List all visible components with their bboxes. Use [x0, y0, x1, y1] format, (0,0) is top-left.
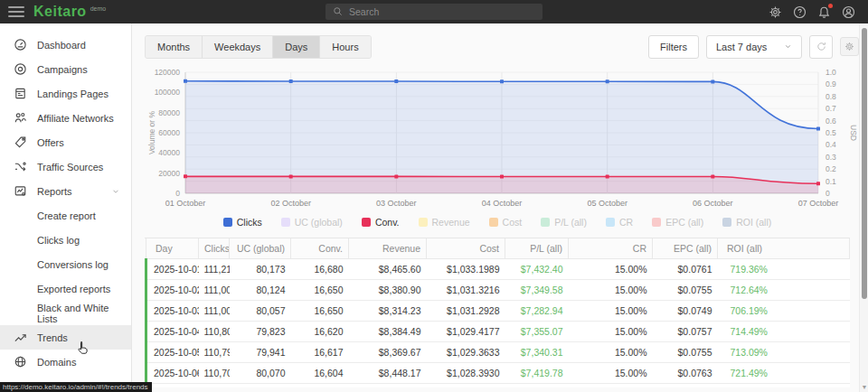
chart-settings-button[interactable] [840, 37, 859, 56]
legend-item-clicks[interactable]: Clicks [223, 217, 262, 228]
chevron-down-icon [784, 42, 792, 51]
sidebar-item-dashboard[interactable]: Dashboard [0, 33, 131, 57]
account-icon[interactable] [842, 5, 855, 19]
notifications-bell-icon[interactable] [817, 5, 831, 19]
sidebar-item-label: Landings Pages [37, 89, 108, 99]
table-cell: $0.0755 [653, 280, 718, 301]
svg-text:20000: 20000 [158, 169, 180, 178]
sidebar-item-label: Campaigns [37, 64, 88, 75]
tab-months[interactable]: Months [146, 36, 203, 58]
svg-text:0.2: 0.2 [826, 164, 836, 173]
svg-text:80000: 80000 [158, 108, 180, 117]
table-cell: $1,031.2928 [427, 301, 505, 322]
table-cell: $8,369.67 [349, 342, 427, 363]
table-cell: 15.00% [569, 280, 653, 301]
table-cell: 64,40 [199, 384, 230, 388]
table-cell: $0.0764 [653, 384, 718, 388]
refresh-icon [816, 41, 827, 52]
legend-item-epc-all[interactable]: EPC (all) [652, 217, 703, 228]
table-cell: 111,00 [199, 280, 230, 301]
legend-swatch [419, 218, 428, 227]
column-header-epc-all[interactable]: EPC (all) [653, 238, 718, 259]
sidebar-item-exported-reports[interactable]: Exported reports [0, 276, 131, 301]
trends-table: DayClicksUC (global)Conv.RevenueCostP/L … [145, 238, 850, 387]
table-cell: $1,028.3930 [427, 363, 505, 384]
table-cell: 719.36% [718, 259, 850, 280]
column-header-revenue[interactable]: Revenue [349, 238, 427, 259]
search-input[interactable] [349, 6, 530, 17]
legend-item-revenue[interactable]: Revenue [419, 217, 470, 228]
table-cell: 15.00% [569, 322, 653, 342]
column-header-p-l-all[interactable]: P/L (all) [505, 238, 569, 259]
table-cell: 2025-10-06 [146, 363, 199, 384]
help-icon[interactable] [793, 5, 807, 19]
column-header-conv[interactable]: Conv. [291, 238, 349, 259]
sidebar-item-offers[interactable]: Offers [0, 130, 131, 154]
column-header-uc-global[interactable]: UC (global) [230, 238, 291, 259]
refresh-button[interactable] [809, 35, 833, 59]
column-header-roi-all[interactable]: ROI (all) [718, 238, 850, 259]
sidebar-item-label: Clicks log [37, 235, 80, 246]
sidebar-item-create-report[interactable]: Create report [0, 203, 131, 228]
legend-item-p-l-all[interactable]: P/L (all) [541, 217, 587, 228]
table-cell: 2025-10-02 [146, 280, 199, 301]
tab-hours[interactable]: Hours [320, 36, 370, 58]
scrollbar-thumb[interactable] [862, 28, 867, 299]
sidebar-item-trends[interactable]: Trends [0, 325, 131, 350]
svg-text:0.5: 0.5 [826, 128, 836, 137]
sidebar-item-domains[interactable]: Domains [0, 350, 131, 374]
sidebar-item-traffic-sources[interactable]: Traffic Sources [0, 154, 131, 179]
svg-text:06 October: 06 October [693, 199, 733, 208]
keitaro-logo[interactable]: Keitaro [33, 4, 87, 20]
sidebar: DashboardCampaignsLandings PagesAffiliat… [0, 23, 132, 392]
table-cell: 16,680 [291, 259, 349, 280]
table-cell: $8,380.90 [349, 280, 427, 301]
table-cell: 712.64% [718, 280, 850, 301]
column-header-cost[interactable]: Cost [427, 238, 505, 259]
sidebar-item-conversions-log[interactable]: Conversions log [0, 252, 131, 276]
column-header-cr[interactable]: CR [569, 238, 653, 259]
notification-dot [828, 4, 833, 8]
table-cell: 111,21 [199, 259, 230, 280]
table-cell: $0.0755 [653, 342, 718, 363]
date-range-select[interactable]: Last 7 days [706, 35, 802, 59]
svg-text:0: 0 [175, 189, 180, 198]
sidebar-item-reports[interactable]: Reports [0, 179, 131, 203]
trend-icon [14, 331, 27, 344]
sidebar-item-campaigns[interactable]: Campaigns [0, 57, 131, 81]
sidebar-item-landings-pages[interactable]: Landings Pages [0, 81, 131, 106]
top-bar: Keitaro demo [0, 0, 868, 23]
search-bar[interactable] [326, 4, 542, 20]
scrollbar-down-arrow[interactable]: ▼ [860, 384, 868, 390]
sidebar-item-clicks-log[interactable]: Clicks log [0, 228, 131, 252]
legend-item-roi-all[interactable]: ROI (all) [722, 217, 771, 228]
tab-weekdays[interactable]: Weekdays [203, 36, 273, 58]
legend-swatch [362, 218, 371, 227]
column-header-clicks[interactable]: Clicks [199, 238, 230, 259]
sidebar-item-label: Dashboard [37, 40, 86, 51]
search-icon [333, 4, 343, 20]
table-cell: $8,314.23 [349, 301, 427, 322]
svg-text:01 October: 01 October [165, 199, 206, 208]
svg-text:Volume or %: Volume or % [147, 110, 156, 154]
menu-icon[interactable] [8, 6, 24, 17]
svg-text:1.0: 1.0 [826, 68, 836, 77]
table-cell: 15.00% [569, 363, 653, 384]
legend-item-cr[interactable]: CR [606, 217, 633, 228]
sidebar-item-label: Affiliate Networks [37, 113, 114, 124]
legend-item-conv[interactable]: Conv. [362, 217, 400, 228]
sidebar-item-black-and-white-lists[interactable]: Black and White Lists [0, 301, 131, 325]
sidebar-item-label: Offers [37, 137, 64, 148]
table-cell: $7,355.07 [505, 322, 569, 342]
column-header-day[interactable]: Day [146, 238, 199, 259]
legend-label: ROI (all) [736, 217, 771, 228]
tab-days[interactable]: Days [273, 36, 320, 58]
settings-icon[interactable] [769, 5, 782, 19]
table-cell: 16,650 [291, 301, 349, 322]
sidebar-item-affiliate-networks[interactable]: Affiliate Networks [0, 106, 131, 130]
svg-text:0.9: 0.9 [826, 79, 836, 89]
legend-item-cost[interactable]: Cost [489, 217, 523, 228]
filters-button[interactable]: Filters [648, 35, 699, 59]
legend-item-uc-global[interactable]: UC (global) [281, 217, 343, 228]
svg-text:04 October: 04 October [482, 199, 523, 208]
